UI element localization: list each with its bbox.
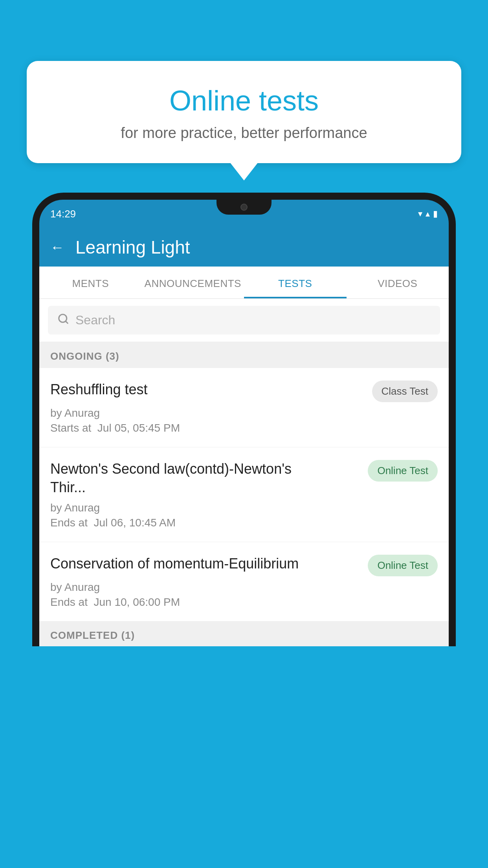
test-time-reshuffling: Starts at Jul 05, 05:45 PM: [50, 422, 438, 434]
tab-tests[interactable]: TESTS: [244, 267, 347, 298]
bubble-title: Online tests: [46, 85, 442, 117]
wifi-icon: ▾: [418, 209, 422, 219]
svg-line-1: [66, 321, 68, 323]
search-icon: [57, 313, 69, 327]
ongoing-section-header: ONGOING (3): [39, 342, 449, 368]
test-card-reshuffling[interactable]: Reshuffling test Class Test by Anurag St…: [39, 368, 449, 447]
speech-bubble: Online tests for more practice, better p…: [27, 61, 461, 163]
test-badge-reshuffling: Class Test: [372, 381, 438, 402]
tab-ments[interactable]: MENTS: [39, 267, 142, 298]
battery-icon: ▮: [433, 209, 438, 219]
tab-videos[interactable]: VIDEOS: [347, 267, 449, 298]
bubble-subtitle: for more practice, better performance: [46, 125, 442, 142]
ongoing-title: ONGOING (3): [50, 350, 119, 362]
search-input-wrap[interactable]: Search: [48, 306, 440, 335]
test-by-conservation: by Anurag: [50, 581, 438, 594]
completed-section-header: COMPLETED (1): [39, 622, 449, 646]
test-by-newtons: by Anurag: [50, 502, 438, 514]
tab-announcements[interactable]: ANNOUNCEMENTS: [142, 267, 244, 298]
app-header: ← Learning Light: [39, 228, 449, 267]
phone-wrapper: 14:29 ▾ ▴ ▮ ← Learning Light MENTS ANNOU…: [32, 193, 456, 868]
test-card-conservation[interactable]: Conservation of momentum-Equilibrium Onl…: [39, 542, 449, 622]
test-time-conservation: Ends at Jun 10, 06:00 PM: [50, 596, 438, 609]
test-name-reshuffling: Reshuffling test: [50, 381, 147, 399]
search-placeholder: Search: [75, 313, 115, 327]
phone-outer: 14:29 ▾ ▴ ▮ ← Learning Light MENTS ANNOU…: [32, 193, 456, 646]
signal-icon: ▴: [426, 209, 430, 219]
test-time-newtons: Ends at Jul 06, 10:45 AM: [50, 517, 438, 529]
phone-screen: Search ONGOING (3) Reshuffling test Clas…: [39, 299, 449, 646]
test-name-conservation: Conservation of momentum-Equilibrium: [50, 555, 299, 573]
search-bar: Search: [39, 299, 449, 342]
phone-notch: [216, 200, 272, 215]
status-bar: 14:29 ▾ ▴ ▮: [39, 200, 449, 228]
app-title: Learning Light: [75, 237, 190, 258]
camera-icon: [240, 204, 248, 211]
tabs-bar: MENTS ANNOUNCEMENTS TESTS VIDEOS: [39, 267, 449, 299]
test-card-newtons[interactable]: Newton's Second law(contd)-Newton's Thir…: [39, 447, 449, 542]
status-time: 14:29: [50, 208, 76, 220]
test-badge-conservation: Online Test: [368, 555, 438, 576]
test-name-newtons: Newton's Second law(contd)-Newton's Thir…: [50, 460, 314, 497]
test-by-reshuffling: by Anurag: [50, 407, 438, 419]
back-button[interactable]: ←: [50, 239, 64, 256]
completed-title: COMPLETED (1): [50, 629, 135, 641]
test-badge-newtons: Online Test: [368, 460, 438, 482]
status-icons: ▾ ▴ ▮: [418, 209, 438, 219]
